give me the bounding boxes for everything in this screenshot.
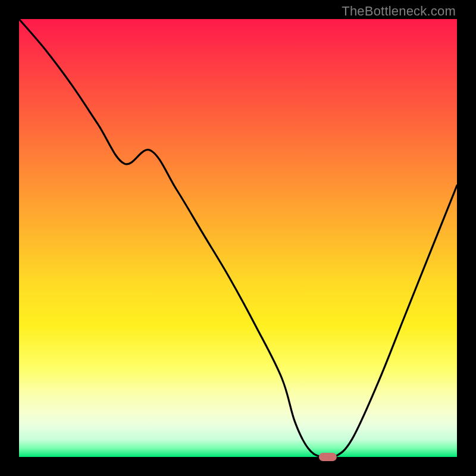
bottleneck-curve (19, 19, 457, 459)
watermark-text: TheBottleneck.com (342, 4, 456, 19)
optimal-point-marker (319, 453, 337, 461)
curve-layer (19, 19, 457, 457)
chart-frame: TheBottleneck.com (0, 0, 476, 476)
